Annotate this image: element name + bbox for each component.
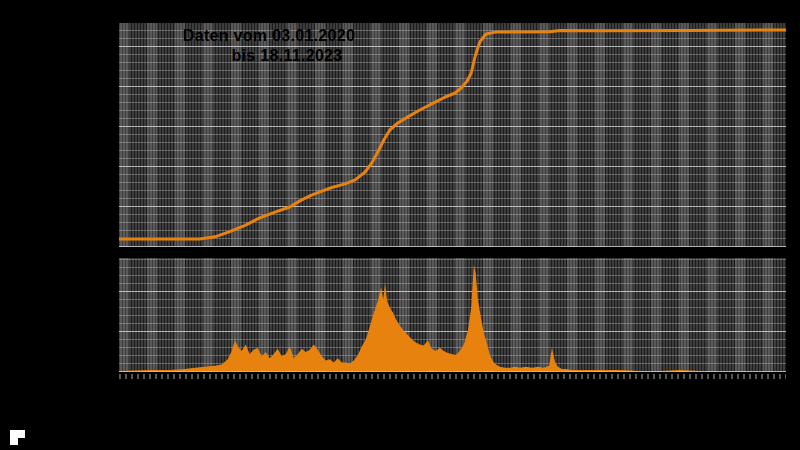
corner-logo-stem xyxy=(10,438,18,445)
title-line-2: bis 18.11.2023 xyxy=(119,46,419,66)
corner-logo xyxy=(10,430,25,445)
daily-histogram-chart xyxy=(119,258,786,372)
x-axis-tick-strip xyxy=(119,374,786,379)
title-line-1: Daten vom 03.01.2020 xyxy=(119,26,419,46)
corner-logo-bar xyxy=(10,430,25,438)
daily-chart-panel xyxy=(119,258,786,372)
daily-histogram-series xyxy=(119,265,786,371)
chart-title: Daten vom 03.01.2020 bis 18.11.2023 xyxy=(119,26,419,66)
chart-page: Daten vom 03.01.2020 bis 18.11.2023 xyxy=(0,0,800,450)
